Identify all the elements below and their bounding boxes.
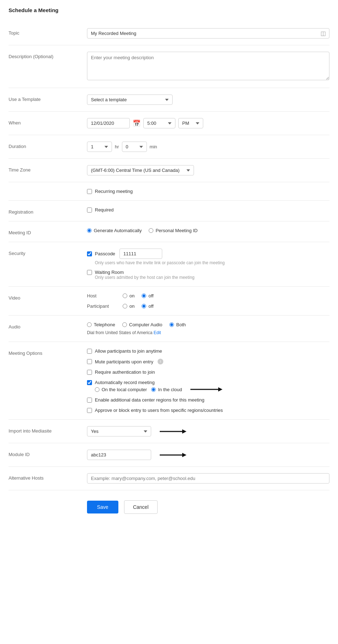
- personal-id-radio[interactable]: [149, 228, 153, 233]
- duration-minutes-select[interactable]: 0 15 30 45: [122, 142, 147, 152]
- video-label: Video: [9, 293, 87, 301]
- when-field: 📅 5:00 PM AM: [87, 118, 329, 128]
- meeting-id-row: Meeting ID Generate Automatically Person…: [9, 221, 329, 242]
- auto-record-checkbox[interactable]: [87, 380, 92, 385]
- host-label: Host: [87, 293, 123, 298]
- host-on-text: on: [129, 293, 134, 298]
- host-on-radio[interactable]: [123, 293, 127, 298]
- telephone-radio[interactable]: [87, 322, 92, 327]
- telephone-label[interactable]: Telephone: [87, 322, 115, 327]
- duration-field: 1 0 2 hr 0 15 30 45 min: [87, 142, 329, 152]
- data-center-checkbox[interactable]: [87, 398, 92, 403]
- recurring-checkbox[interactable]: [87, 189, 92, 194]
- personal-id-text: Personal Meeting ID: [155, 228, 198, 233]
- data-center-label[interactable]: Enable additional data center regions fo…: [87, 397, 204, 403]
- allow-join-checkbox[interactable]: [87, 349, 92, 354]
- recurring-text: Recurring meeting: [95, 189, 133, 194]
- meeting-options-row: Meeting Options Allow participants to jo…: [9, 342, 329, 420]
- duration-hours-select[interactable]: 1 0 2: [87, 142, 112, 152]
- recurring-checkbox-label[interactable]: Recurring meeting: [87, 189, 329, 194]
- security-field: Passcode Only users who have the invite …: [87, 249, 329, 280]
- passcode-checkbox-label[interactable]: Passcode: [87, 251, 115, 256]
- allow-join-label[interactable]: Allow participants to join anytime: [87, 348, 162, 354]
- description-textarea[interactable]: [87, 52, 329, 80]
- calendar-icon[interactable]: 📅: [133, 119, 140, 127]
- host-off-radio[interactable]: [142, 293, 146, 298]
- video-field: Host on off Participant on: [87, 293, 329, 309]
- mute-info-icon: i: [158, 359, 163, 364]
- generate-auto-text: Generate Automatically: [94, 228, 142, 233]
- mute-label[interactable]: Mute participants upon entry: [87, 359, 153, 364]
- auto-record-section: Automatically record meeting On the loca…: [87, 380, 329, 392]
- meeting-options-label: Meeting Options: [9, 348, 87, 356]
- participant-off-label[interactable]: off: [142, 303, 153, 309]
- date-input[interactable]: [87, 118, 130, 128]
- waiting-room-section: Waiting Room Only users admitted by the …: [87, 270, 329, 280]
- description-field: [87, 52, 329, 81]
- button-row: Save Cancel: [9, 490, 329, 520]
- audio-label: Audio: [9, 322, 87, 329]
- page-title: Schedule a Meeting: [9, 7, 329, 13]
- require-auth-text: Require authentication to join: [95, 369, 155, 375]
- template-label: Use a Template: [9, 94, 87, 102]
- approve-label[interactable]: Approve or block entry to users from spe…: [87, 408, 223, 413]
- passcode-section: Passcode Only users who have the invite …: [87, 249, 329, 265]
- participant-on-text: on: [129, 303, 134, 309]
- recurring-label-spacer: [9, 189, 87, 191]
- both-audio-label[interactable]: Both: [169, 322, 186, 327]
- host-on-label[interactable]: on: [123, 293, 134, 298]
- duration-row: Duration 1 0 2 hr 0 15 30 45 min: [9, 135, 329, 159]
- computer-audio-label[interactable]: Computer Audio: [122, 322, 162, 327]
- generate-auto-radio[interactable]: [87, 228, 92, 233]
- waiting-room-checkbox-label[interactable]: Waiting Room: [87, 270, 329, 275]
- require-auth-checkbox[interactable]: [87, 370, 92, 375]
- template-select[interactable]: Select a template: [87, 94, 173, 105]
- participant-on-label[interactable]: on: [123, 303, 134, 309]
- local-computer-radio[interactable]: [95, 387, 99, 392]
- import-mediasite-field: Yes No: [87, 426, 329, 436]
- security-label: Security: [9, 249, 87, 256]
- timezone-select[interactable]: (GMT-6:00) Central Time (US and Canada) …: [87, 165, 194, 175]
- registration-checkbox[interactable]: [87, 208, 92, 213]
- ampm-select[interactable]: PM AM: [178, 118, 203, 128]
- participant-off-radio[interactable]: [142, 304, 146, 308]
- mute-text: Mute participants upon entry: [95, 359, 153, 364]
- module-id-input[interactable]: [87, 450, 151, 460]
- time-select[interactable]: 5:00: [143, 118, 175, 128]
- svg-marker-5: [182, 453, 186, 457]
- alt-hosts-input[interactable]: [87, 473, 329, 484]
- registration-row: Registration Required: [9, 201, 329, 221]
- passcode-input[interactable]: [119, 249, 162, 259]
- save-button[interactable]: Save: [87, 501, 118, 513]
- allow-join-text: Allow participants to join anytime: [95, 348, 162, 354]
- topic-field: ◫: [87, 28, 329, 39]
- auto-record-label[interactable]: Automatically record meeting: [87, 380, 155, 385]
- import-mediasite-select[interactable]: Yes No: [87, 426, 151, 436]
- hr-label: hr: [115, 144, 119, 149]
- import-arrow-indicator: [160, 429, 186, 434]
- dial-info: Dial from United States of America Edit: [87, 330, 329, 335]
- require-auth-label[interactable]: Require authentication to join: [87, 369, 155, 375]
- mute-checkbox[interactable]: [87, 359, 92, 364]
- allow-join-row: Allow participants to join anytime: [87, 348, 329, 354]
- both-audio-radio[interactable]: [169, 322, 174, 327]
- approve-checkbox[interactable]: [87, 408, 92, 413]
- cancel-button[interactable]: Cancel: [124, 500, 158, 514]
- local-computer-label[interactable]: On the local computer: [95, 387, 147, 392]
- passcode-checkbox[interactable]: [87, 251, 92, 256]
- edit-link[interactable]: Edit: [154, 330, 161, 335]
- participant-on-radio[interactable]: [123, 304, 127, 308]
- template-field: Select a template: [87, 94, 329, 105]
- personal-id-label[interactable]: Personal Meeting ID: [149, 228, 198, 233]
- generate-auto-label[interactable]: Generate Automatically: [87, 228, 142, 233]
- computer-audio-radio[interactable]: [122, 322, 127, 327]
- in-cloud-radio[interactable]: [151, 387, 156, 392]
- in-cloud-label[interactable]: In the cloud: [151, 387, 182, 392]
- registration-checkbox-label[interactable]: Required: [87, 207, 329, 213]
- video-row: Video Host on off Participant on: [9, 287, 329, 316]
- computer-audio-text: Computer Audio: [129, 322, 162, 327]
- host-off-label[interactable]: off: [142, 293, 153, 298]
- waiting-room-checkbox[interactable]: [87, 270, 92, 275]
- telephone-text: Telephone: [94, 322, 115, 327]
- topic-input[interactable]: [87, 28, 329, 39]
